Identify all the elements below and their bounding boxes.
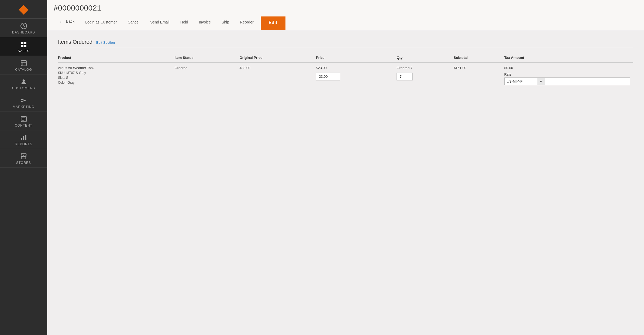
col-tax-amount: Tax Amount	[504, 53, 633, 63]
reorder-button[interactable]: Reorder	[235, 17, 259, 29]
rate-label: Rate	[504, 73, 630, 76]
items-ordered-title: Items Ordered	[58, 39, 92, 45]
svg-rect-5	[21, 60, 26, 66]
send-email-label: Send Email	[150, 20, 170, 25]
sales-icon	[20, 41, 27, 48]
back-arrow-icon: ←	[59, 19, 64, 25]
sidebar-label-dashboard: DASHBOARD	[12, 31, 35, 34]
main-content: #0000000021 ← Back Login as Customer Can…	[47, 0, 644, 335]
ship-label: Ship	[222, 20, 229, 25]
sidebar-item-customers[interactable]: CUSTOMERS	[0, 75, 47, 93]
svg-rect-9	[23, 136, 24, 140]
col-original-price: Original Price	[240, 53, 316, 63]
back-button[interactable]: ← Back	[54, 16, 80, 30]
logo-icon	[19, 5, 29, 15]
price-cell: $23.00	[316, 63, 397, 88]
svg-rect-10	[25, 135, 26, 140]
col-subtotal: Subtotal	[454, 53, 504, 63]
customers-icon	[20, 78, 27, 85]
invoice-label: Invoice	[199, 20, 211, 25]
sidebar-label-customers: CUSTOMERS	[12, 86, 35, 90]
content-area: Items Ordered Edit Section Product Item …	[47, 30, 644, 98]
qty-input[interactable]	[397, 73, 413, 80]
subtotal-cell: $161.00	[454, 63, 504, 88]
cancel-label: Cancel	[128, 20, 140, 25]
ship-button[interactable]: Ship	[216, 17, 235, 29]
svg-rect-3	[21, 45, 23, 47]
original-price-value: $23.00	[240, 66, 250, 70]
col-product: Product	[58, 53, 175, 63]
items-table-header: Product Item Status Original Price Price…	[58, 53, 633, 63]
sidebar-label-marketing: MARKETING	[13, 105, 34, 109]
qty-display: Ordered 7	[397, 66, 450, 70]
subtotal-value: $161.00	[454, 66, 466, 70]
svg-rect-8	[21, 138, 22, 140]
items-ordered-section-header: Items Ordered Edit Section	[58, 39, 633, 48]
sidebar-label-stores: STORES	[16, 161, 31, 165]
marketing-icon	[20, 97, 27, 104]
sidebar-label-catalog: CATALOG	[15, 68, 32, 72]
edit-label: Edit	[269, 20, 277, 25]
reorder-label: Reorder	[240, 20, 254, 25]
svg-rect-4	[24, 45, 26, 47]
invoice-button[interactable]: Invoice	[194, 17, 216, 29]
cancel-button[interactable]: Cancel	[122, 17, 145, 29]
send-email-button[interactable]: Send Email	[145, 17, 175, 29]
product-name: Argus All-Weather Tank	[58, 66, 171, 70]
svg-rect-1	[21, 42, 23, 44]
sidebar-item-catalog[interactable]: CATALOG	[0, 56, 47, 75]
sidebar-label-reports: REPORTS	[15, 142, 32, 146]
sidebar-item-marketing[interactable]: MARKETING	[0, 93, 47, 112]
item-status-value: Ordered	[175, 66, 188, 70]
action-buttons-bar: ← Back Login as Customer Cancel Send Ema…	[54, 16, 635, 30]
content-icon	[20, 116, 27, 123]
qty-cell: Ordered 7	[397, 63, 453, 88]
rate-dropdown-arrow-icon[interactable]: ▼	[537, 78, 545, 85]
sidebar-item-sales[interactable]: SALES	[0, 37, 47, 56]
sidebar-logo	[0, 0, 47, 19]
reports-icon	[20, 134, 27, 141]
sidebar: DASHBOARD SALES CATALOG CUSTOMERS MARKET…	[0, 0, 47, 335]
login-as-customer-button[interactable]: Login as Customer	[80, 17, 122, 29]
product-cell: Argus All-Weather Tank SKU: MT07-S-Gray …	[58, 63, 175, 88]
product-sku: SKU: MT07-S-Gray	[58, 71, 171, 75]
hold-label: Hold	[180, 20, 188, 25]
items-table: Product Item Status Original Price Price…	[58, 53, 633, 87]
sidebar-label-content: CONTENT	[15, 124, 32, 127]
edit-section-link[interactable]: Edit Section	[96, 40, 115, 45]
rate-select[interactable]: US-MI-*-F US-CA-*-F US-NY-*-F	[505, 78, 537, 85]
sidebar-label-sales: SALES	[18, 49, 30, 53]
sidebar-item-reports[interactable]: REPORTS	[0, 130, 47, 149]
price-input[interactable]	[316, 73, 340, 80]
edit-button[interactable]: Edit	[261, 16, 285, 30]
col-item-status: Item Status	[175, 53, 240, 63]
col-price: Price	[316, 53, 397, 63]
catalog-icon	[20, 60, 27, 67]
sidebar-item-content[interactable]: CONTENT	[0, 112, 47, 130]
svg-rect-2	[24, 42, 26, 44]
svg-point-6	[22, 79, 25, 82]
back-label: Back	[66, 19, 74, 24]
login-as-customer-label: Login as Customer	[85, 20, 117, 25]
price-display: $23.00	[316, 66, 393, 70]
tax-amount-value: $0.00	[504, 66, 630, 70]
product-size: Size: S	[58, 76, 171, 80]
rate-select-wrapper: US-MI-*-F US-CA-*-F US-NY-*-F ▼	[504, 77, 630, 85]
dashboard-icon	[20, 22, 27, 29]
item-status-cell: Ordered	[175, 63, 240, 88]
original-price-cell: $23.00	[240, 63, 316, 88]
tax-amount-cell: $0.00 Rate US-MI-*-F US-CA-*-F US-NY-*-F…	[504, 63, 633, 88]
product-color: Color: Gray	[58, 81, 171, 84]
sidebar-item-dashboard[interactable]: DASHBOARD	[0, 19, 47, 37]
order-title: #0000000021	[54, 4, 635, 12]
sidebar-item-stores[interactable]: STORES	[0, 149, 47, 168]
table-row: Argus All-Weather Tank SKU: MT07-S-Gray …	[58, 63, 633, 88]
stores-icon	[20, 153, 27, 160]
items-table-body: Argus All-Weather Tank SKU: MT07-S-Gray …	[58, 63, 633, 88]
col-qty: Qty	[397, 53, 453, 63]
topbar: #0000000021 ← Back Login as Customer Can…	[47, 0, 644, 30]
hold-button[interactable]: Hold	[175, 17, 194, 29]
